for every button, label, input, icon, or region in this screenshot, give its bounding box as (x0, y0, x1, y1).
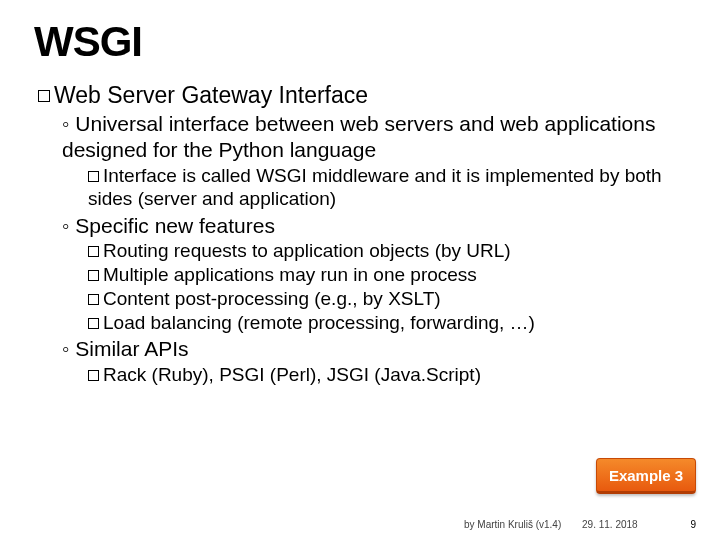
bullet-features: Specific new features (62, 213, 686, 239)
square-bullet-icon (88, 270, 99, 281)
subbullet-postproc: Content post-processing (e.g., by XSLT) (88, 287, 686, 311)
bullet-similar: Similar APIs (62, 336, 686, 362)
subbullet-multiple: Multiple applications may run in one pro… (88, 263, 686, 287)
subbullet-middleware: Interface is called WSGI middleware and … (88, 164, 686, 212)
square-bullet-icon (88, 370, 99, 381)
slide-footer: by Martin Kruliš (v1.4) 29. 11. 2018 9 (464, 519, 696, 530)
heading-line: Web Server Gateway Interface (38, 82, 686, 109)
bullet-universal: Universal interface between web servers … (62, 111, 686, 164)
footer-page: 9 (690, 519, 696, 530)
square-bullet-icon (88, 171, 99, 182)
subbullet-text: Rack (Ruby), PSGI (Perl), JSGI (Java.Scr… (103, 364, 481, 385)
square-bullet-icon (88, 246, 99, 257)
subbullet-text: Multiple applications may run in one pro… (103, 264, 477, 285)
subbullet-text: Load balancing (remote processing, forwa… (103, 312, 535, 333)
footer-author: by Martin Kruliš (v1.4) (464, 519, 561, 530)
square-bullet-icon (88, 294, 99, 305)
subbullet-rack: Rack (Ruby), PSGI (Perl), JSGI (Java.Scr… (88, 363, 608, 387)
example-badge[interactable]: Example 3 (596, 458, 696, 494)
slide-title: WSGI (34, 18, 686, 66)
footer-date: 29. 11. 2018 (582, 519, 638, 530)
subbullet-text: Content post-processing (e.g., by XSLT) (103, 288, 441, 309)
subbullet-text: Interface is called WSGI middleware and … (88, 165, 662, 210)
subbullet-loadbal: Load balancing (remote processing, forwa… (88, 311, 686, 335)
heading-text: Web Server Gateway Interface (54, 82, 368, 108)
subbullet-text: Routing requests to application objects … (103, 240, 511, 261)
subbullet-routing: Routing requests to application objects … (88, 239, 686, 263)
square-bullet-icon (88, 318, 99, 329)
square-bullet-icon (38, 90, 50, 102)
